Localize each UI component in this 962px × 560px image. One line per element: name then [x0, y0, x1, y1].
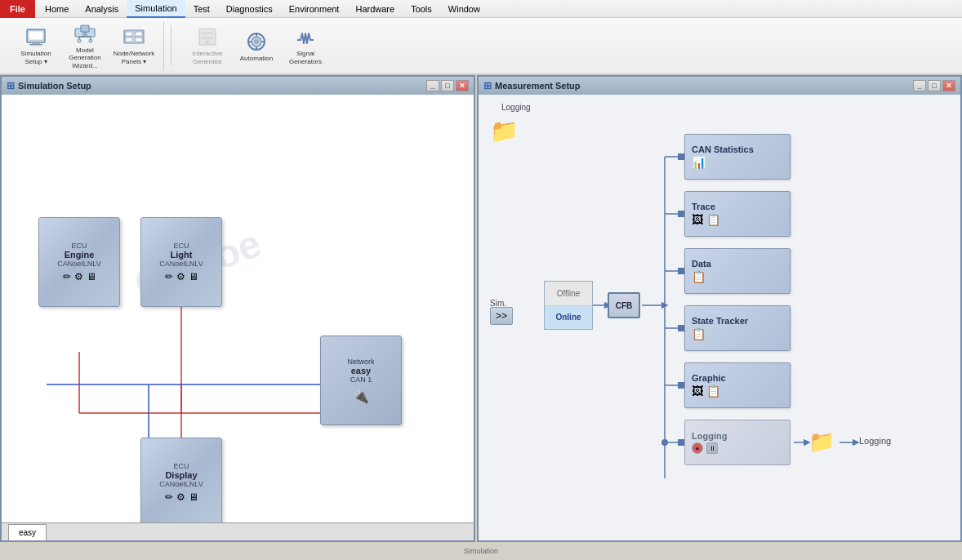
main-content: ⊞ Simulation Setup _ □ ✕ CANoe — [0, 75, 962, 542]
tab-easy[interactable]: easy — [8, 524, 47, 540]
graphic-icon-2[interactable]: 📋 — [706, 384, 720, 398]
model-gen-button[interactable]: Model GenerationWizard... — [62, 24, 108, 67]
graphic-connector — [678, 382, 684, 389]
toolbar-separator-1 — [171, 25, 171, 66]
ecu-engine-edit-icon[interactable]: ✏ — [63, 271, 71, 282]
network-block: Network easy CAN 1 🔌 — [320, 336, 402, 425]
data-icons: 📋 — [692, 270, 783, 283]
menu-hardware[interactable]: Hardware — [347, 0, 403, 18]
data-connector — [678, 268, 684, 274]
interactive-gen-button[interactable]: InteractiveGenerator — [185, 24, 230, 67]
logging-block: Logging ● ⏸ — [684, 420, 791, 465]
can-stats-title: CAN Statistics — [692, 144, 783, 154]
automation-icon — [245, 30, 268, 53]
sim-titlebar-icon: ⊞ — [7, 80, 15, 91]
signal-gen-button[interactable]: SignalGenerators — [283, 24, 328, 67]
ecu-engine-config-icon[interactable]: ⚙ — [74, 271, 83, 282]
menu-simulation[interactable]: Simulation — [127, 0, 185, 18]
sim-setup-button[interactable]: SimulationSetup ▾ — [13, 24, 59, 67]
trace-icon-2[interactable]: 📋 — [706, 213, 720, 226]
node-network-button[interactable]: Node/NetworkPanels ▾ — [111, 24, 157, 67]
mode-block: Offline Online — [544, 281, 593, 330]
meas-maximize-btn[interactable]: □ — [928, 80, 941, 91]
can-statistics-block: CAN Statistics 📊 — [684, 134, 791, 180]
meas-minimize-btn[interactable]: _ — [913, 80, 926, 91]
online-btn[interactable]: Online — [545, 306, 592, 330]
state-tracker-icons: 📋 — [692, 327, 783, 340]
graphic-icon-1[interactable]: 🖼 — [692, 384, 703, 398]
menu-tools[interactable]: Tools — [403, 0, 440, 18]
simulation-setup-panel: ⊞ Simulation Setup _ □ ✕ CANoe — [0, 75, 475, 542]
sim-group-label: Simulation — [0, 547, 962, 557]
trace-title: Trace — [692, 202, 783, 211]
node-network-icon — [122, 25, 145, 48]
ecu-light-config-icon[interactable]: ⚙ — [176, 271, 185, 282]
model-gen-icon — [73, 22, 96, 45]
menu-file[interactable]: File — [0, 0, 35, 18]
sim-setup-titlebar: ⊞ Simulation Setup _ □ ✕ — [2, 77, 474, 95]
sim-tab-bar: easy — [2, 522, 474, 540]
automation-label: Automation — [240, 55, 273, 62]
meas-setup-title: Measurement Setup — [495, 81, 581, 91]
meas-titlebar-controls: _ □ ✕ — [913, 80, 955, 91]
trace-connector — [678, 211, 684, 217]
can-stats-icons: 📊 — [692, 156, 783, 169]
ecu-light-edit-icon[interactable]: ✏ — [165, 271, 173, 282]
can-stats-icon-1[interactable]: 📊 — [692, 156, 706, 169]
logging-record-btn[interactable]: ● — [692, 442, 703, 454]
ecu-light-screen-icon[interactable]: 🖥 — [189, 271, 198, 282]
interactive-gen-label: InteractiveGenerator — [193, 50, 223, 65]
logging-pause-btn[interactable]: ⏸ — [706, 442, 718, 454]
menu-window[interactable]: Window — [440, 0, 488, 18]
ecu-display-edit-icon[interactable]: ✏ — [165, 491, 173, 503]
sim-minimize-btn[interactable]: _ — [426, 80, 439, 91]
logging-output-folder: 📁 — [808, 429, 835, 455]
svg-rect-6 — [81, 25, 89, 32]
logging-top-label: Logging — [501, 103, 531, 112]
graphic-block: Graphic 🖼 📋 — [684, 362, 791, 408]
menu-diagnostics[interactable]: Diagnostics — [218, 0, 281, 18]
data-title: Data — [692, 259, 783, 269]
logging-connector — [678, 439, 684, 446]
ecu-display-config-icon[interactable]: ⚙ — [176, 491, 185, 503]
logging-controls: ● ⏸ — [692, 442, 783, 454]
menu-home[interactable]: Home — [37, 0, 77, 18]
trace-block: Trace 🖼 📋 — [684, 191, 791, 237]
can-stats-connector — [678, 153, 684, 160]
ecu-engine: ECU Engine CANoeILNLV ✏ ⚙ 🖥 — [38, 217, 120, 307]
state-tracker-icon-1[interactable]: 📋 — [692, 327, 706, 340]
sim-arrow-button[interactable]: >> — [490, 307, 513, 325]
offline-btn[interactable]: Offline — [545, 282, 592, 306]
sim-canvas: CANoe ECU Engine CANoeILNLV — [2, 95, 474, 522]
graphic-icons: 🖼 📋 — [692, 384, 783, 398]
measurement-setup-panel: ⊞ Measurement Setup _ □ ✕ Logging 📁 Sim.… — [477, 75, 962, 542]
svg-rect-20 — [202, 32, 213, 34]
signal-gen-label: SignalGenerators — [289, 50, 322, 65]
state-tracker-block: State Tracker 📋 — [684, 305, 791, 351]
ecu-light: ECU Light CANoeILNLV ✏ ⚙ 🖥 — [140, 217, 222, 307]
node-network-label: Node/NetworkPanels ▾ — [114, 50, 155, 65]
meas-titlebar-icon: ⊞ — [483, 80, 492, 91]
meas-setup-titlebar: ⊞ Measurement Setup _ □ ✕ — [479, 77, 960, 95]
graphic-title: Graphic — [692, 373, 783, 383]
ecu-display-screen-icon[interactable]: 🖥 — [189, 491, 198, 503]
logging-folder-icon: 📁 — [490, 118, 519, 144]
ecu-engine-screen-icon[interactable]: 🖥 — [87, 271, 96, 282]
sim-close-btn[interactable]: ✕ — [456, 80, 469, 91]
logging-block-title: Logging — [692, 431, 783, 441]
menu-test[interactable]: Test — [185, 0, 218, 18]
meas-close-btn[interactable]: ✕ — [942, 80, 955, 91]
signal-gen-icon — [294, 25, 317, 48]
toolbar-group-stimulation: InteractiveGenerator Automation — [178, 21, 335, 70]
sim-maximize-btn[interactable]: □ — [441, 80, 454, 91]
network-icon: 🔌 — [353, 389, 369, 404]
toolbar-group-simulation: SimulationSetup ▾ Model GenerationWizard… — [7, 21, 164, 70]
interactive-gen-icon — [196, 25, 219, 48]
trace-icon-1[interactable]: 🖼 — [692, 213, 703, 226]
menu-environment[interactable]: Environment — [281, 0, 348, 18]
automation-button[interactable]: Automation — [234, 24, 279, 67]
menu-analysis[interactable]: Analysis — [77, 0, 127, 18]
data-icon-1[interactable]: 📋 — [692, 270, 706, 283]
state-tracker-connector — [678, 325, 684, 331]
svg-point-11 — [78, 39, 81, 42]
